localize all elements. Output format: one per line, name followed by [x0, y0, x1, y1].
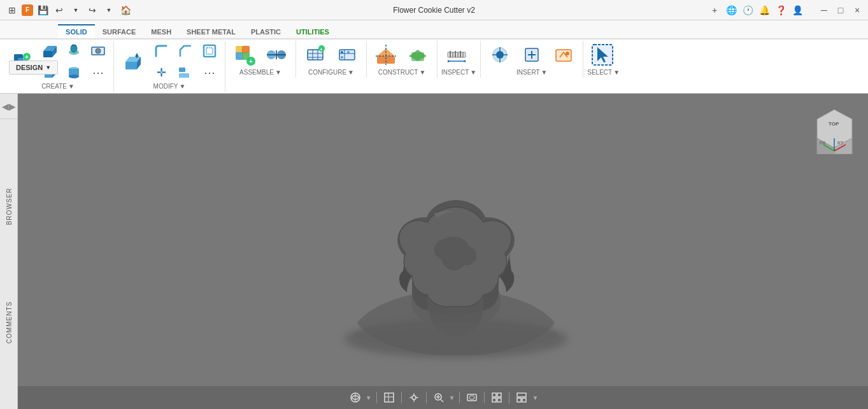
insert3-icon — [552, 43, 575, 66]
shell-button[interactable] — [198, 41, 221, 61]
layout-button[interactable] — [514, 390, 529, 405]
bell-icon[interactable]: 🔔 — [758, 4, 770, 16]
plane-button[interactable] — [402, 41, 433, 69]
configure1-icon: + — [304, 43, 327, 66]
window-title: Flower Cookie Cutter v2 — [393, 6, 475, 15]
align-icon — [176, 64, 194, 82]
minimize-button[interactable]: ─ — [818, 4, 830, 16]
toolbar-separator-2 — [401, 392, 402, 403]
comments-label[interactable]: COMMENTS — [5, 301, 13, 343]
modify-dropdown-arrow[interactable]: ▼ — [179, 83, 185, 90]
add-tab-button[interactable]: + — [709, 4, 720, 16]
collapse-panel-button[interactable]: ◀▶ — [0, 94, 17, 119]
svg-rect-111 — [522, 398, 526, 402]
section-modify: ✛ ⋯ — [114, 41, 225, 92]
tab-plastic[interactable]: PLASTIC — [243, 24, 288, 38]
measure-button[interactable] — [441, 41, 472, 69]
push-pull-button[interactable] — [118, 48, 148, 76]
notification-icon[interactable]: 🌐 — [725, 4, 737, 16]
insert-dropdown-arrow[interactable]: ▼ — [541, 69, 548, 76]
hole-button[interactable] — [87, 41, 110, 61]
layout-dropdown[interactable]: ▼ — [532, 394, 538, 401]
cylinder-button[interactable] — [62, 62, 85, 83]
orbit-dropdown[interactable]: ▼ — [366, 394, 372, 401]
title-bar: ⊞ F 💾 ↩ ▼ ↪ ▼ 🏠 Flower Cookie Cutter v2 … — [0, 0, 868, 20]
svg-marker-63 — [448, 60, 450, 62]
orbit-mode-button[interactable] — [348, 390, 363, 405]
maximize-button[interactable]: □ — [835, 4, 846, 16]
svg-point-75 — [566, 52, 569, 55]
insert-section-label: INSERT▼ — [485, 69, 579, 78]
select-dropdown-arrow[interactable]: ▼ — [613, 69, 620, 76]
section-insert: INSERT▼ — [481, 41, 583, 78]
tab-sheet-metal[interactable]: SHEET METAL — [179, 24, 243, 38]
svg-rect-49 — [377, 56, 395, 64]
clock-icon[interactable]: 🕐 — [742, 4, 753, 16]
svg-point-66 — [496, 51, 504, 59]
construct-icon — [374, 43, 397, 66]
svg-rect-23 — [206, 48, 213, 54]
svg-rect-105 — [492, 393, 496, 397]
svg-rect-4 — [43, 51, 52, 57]
measure-icon — [445, 43, 468, 66]
configure2-button[interactable] — [332, 41, 362, 69]
insert1-button[interactable] — [485, 41, 515, 69]
joint-button[interactable] — [261, 41, 292, 69]
insert2-button[interactable] — [516, 41, 547, 69]
extrude-button[interactable] — [38, 41, 61, 61]
svg-point-83 — [354, 322, 558, 347]
browser-label[interactable]: BROWSER — [5, 187, 13, 225]
undo-dropdown[interactable]: ▼ — [69, 3, 83, 17]
construct-button[interactable] — [371, 41, 401, 69]
chamfer-icon — [176, 42, 194, 60]
move-button[interactable]: ✛ — [150, 62, 173, 83]
display-mode-button[interactable] — [464, 390, 480, 405]
chamfer-button[interactable] — [174, 41, 197, 61]
grid-visibility-button[interactable] — [381, 390, 397, 405]
help-icon[interactable]: ❓ — [775, 4, 786, 16]
grid-menu-icon[interactable]: ⊞ — [5, 3, 19, 17]
app: ⊞ F 💾 ↩ ▼ ↪ ▼ 🏠 Flower Cookie Cutter v2 … — [0, 0, 868, 409]
redo-dropdown[interactable]: ▼ — [102, 3, 116, 17]
assemble-dropdown-arrow[interactable]: ▼ — [275, 69, 281, 76]
svg-line-100 — [441, 399, 443, 402]
revolve-button[interactable] — [62, 41, 85, 61]
profile-icon[interactable]: 👤 — [792, 4, 803, 16]
assemble-section-label: ASSEMBLE▼ — [229, 69, 292, 78]
more-modify-icon: ⋯ — [201, 64, 218, 82]
tab-solid[interactable]: SOLID — [58, 24, 95, 38]
select-button[interactable] — [587, 41, 618, 69]
close-button[interactable]: × — [851, 4, 863, 16]
inspect-buttons — [441, 41, 476, 69]
configure1-button[interactable]: + — [300, 41, 331, 69]
design-dropdown-arrow: ▼ — [45, 64, 51, 71]
grid-options-button[interactable] — [489, 390, 504, 405]
configure-dropdown-arrow[interactable]: ▼ — [348, 69, 354, 76]
svg-rect-25 — [179, 73, 189, 78]
more-modify-button[interactable]: ⋯ — [198, 62, 221, 83]
create-dropdown-arrow[interactable]: ▼ — [68, 83, 75, 90]
construct-dropdown-arrow[interactable]: ▼ — [419, 69, 425, 76]
assemble-button[interactable]: + — [229, 41, 260, 69]
tab-surface[interactable]: SURFACE — [95, 24, 144, 38]
pan-button[interactable] — [406, 390, 422, 405]
undo-button[interactable]: ↩ — [52, 3, 66, 17]
more-create-button[interactable]: ⋯ — [87, 62, 110, 83]
viewport[interactable]: TOP RT FR ▼ — [18, 94, 868, 409]
fillet-button[interactable] — [150, 41, 173, 61]
design-dropdown[interactable]: DESIGN ▼ — [9, 61, 58, 75]
align-button[interactable] — [174, 62, 197, 83]
save-button[interactable]: 💾 — [36, 3, 50, 17]
inspect-dropdown-arrow[interactable]: ▼ — [470, 69, 476, 76]
toolbar-separator-5 — [484, 392, 485, 403]
tab-utilities[interactable]: UTILITIES — [288, 24, 337, 38]
zoom-dropdown[interactable]: ▼ — [449, 394, 455, 401]
tab-mesh[interactable]: MESH — [143, 24, 179, 38]
zoom-button[interactable] — [431, 390, 446, 405]
home-button[interactable]: 🏠 — [118, 3, 132, 17]
ribbon: DESIGN ▼ SOLID SURFACE MESH SHEET METAL … — [0, 20, 868, 94]
svg-rect-107 — [492, 398, 496, 402]
redo-button[interactable]: ↪ — [85, 3, 99, 17]
insert3-button[interactable] — [548, 41, 579, 69]
view-cube[interactable]: TOP RT FR — [811, 106, 855, 151]
